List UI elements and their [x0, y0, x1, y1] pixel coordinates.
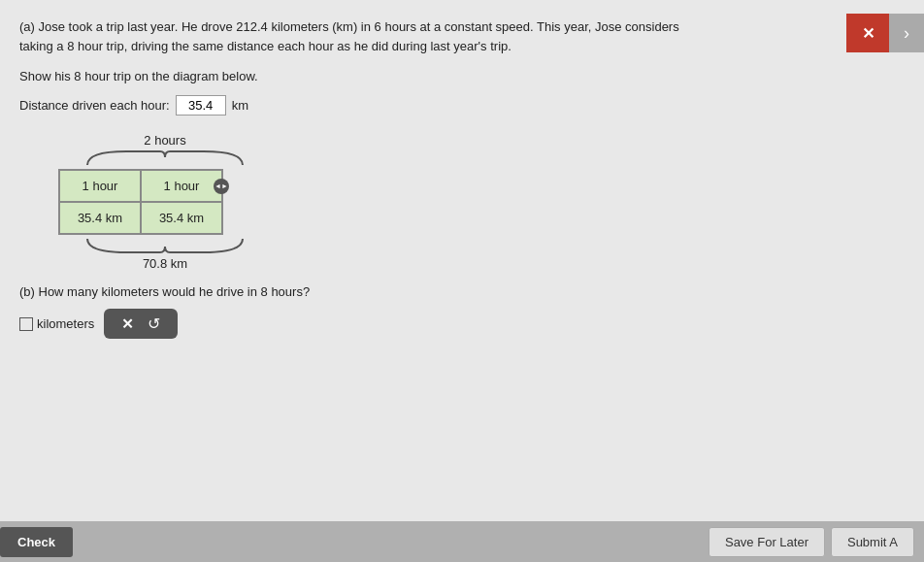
bottom-bar: Check Save For Later Submit A — [0, 521, 924, 562]
distance-unit: km — [232, 98, 248, 113]
km-label-area: kilometers — [19, 316, 94, 331]
cell-km-2: 35.4 km — [141, 202, 222, 234]
distance-row: Distance driven each hour: km — [19, 95, 905, 116]
brace-bottom-area: 70.8 km — [58, 237, 272, 271]
cell-hour-1: 1 hour — [59, 170, 141, 202]
brace-top-area: 2 hours — [58, 133, 272, 167]
part-b-row: kilometers ✕ ↺ — [19, 309, 905, 339]
top-close-button[interactable]: ✕ — [846, 14, 889, 52]
question-part-a: (a) Jose took a trip last year. He drove… — [19, 17, 699, 55]
bottom-right-buttons: Save For Later Submit A — [709, 527, 914, 557]
distance-label: Distance driven each hour: — [19, 98, 170, 113]
resize-handle-icon[interactable] — [214, 179, 229, 194]
check-button[interactable]: Check — [0, 527, 73, 557]
grid-container: 1 hour 1 hour 35.4 km 35.4 km — [58, 169, 223, 235]
reset-button[interactable]: ↺ — [144, 314, 164, 333]
clear-button[interactable]: ✕ — [117, 315, 138, 333]
top-arrow-button[interactable]: › — [889, 14, 924, 52]
cell-km-1: 35.4 km — [59, 202, 141, 234]
answer-input-box: ✕ ↺ — [104, 309, 178, 339]
main-content: ✕ › (a) Jose took a trip last year. He d… — [0, 0, 924, 562]
km-label-text: kilometers — [37, 316, 94, 331]
hour-distance-table: 1 hour 1 hour 35.4 km 35.4 km — [58, 169, 223, 235]
bottom-brace-icon — [82, 237, 248, 254]
question-part-b: (b) How many kilometers would he drive i… — [19, 284, 905, 299]
submit-button[interactable]: Submit A — [831, 527, 914, 557]
table-row-hours: 1 hour 1 hour — [59, 170, 222, 202]
top-brace-icon — [82, 149, 248, 167]
cell-hour-2: 1 hour — [141, 170, 222, 202]
brace-top-label: 2 hours — [144, 133, 185, 148]
table-row-km: 35.4 km 35.4 km — [59, 202, 222, 234]
diagram-area: 2 hours 1 hour 1 hour 35.4 km — [58, 133, 272, 271]
brace-bottom-label: 70.8 km — [143, 256, 187, 271]
top-right-buttons: ✕ › — [846, 14, 924, 52]
save-for-later-button[interactable]: Save For Later — [709, 527, 825, 557]
distance-input[interactable] — [176, 95, 226, 116]
km-checkbox[interactable] — [19, 317, 33, 331]
show-instruction: Show his 8 hour trip on the diagram belo… — [19, 69, 905, 83]
